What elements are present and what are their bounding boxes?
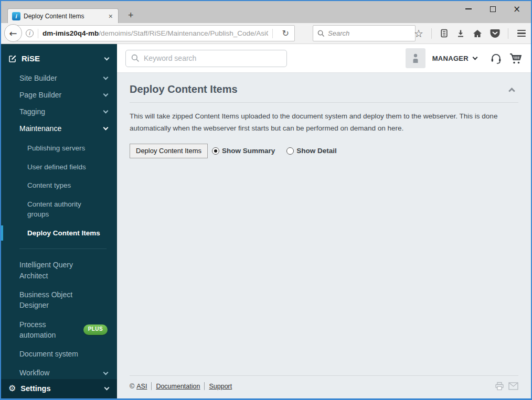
sidebar-item-settings[interactable]: ⚙ Settings xyxy=(1,379,117,398)
footer-link-documentation[interactable]: Documentation xyxy=(156,383,200,390)
chevron-down-icon xyxy=(103,125,109,131)
pocket-icon[interactable] xyxy=(490,29,500,38)
maximize-icon xyxy=(490,6,496,12)
back-button[interactable]: ← xyxy=(4,24,22,42)
urlbar-divider xyxy=(38,29,38,38)
bookmark-star-icon[interactable]: ☆ xyxy=(414,28,423,39)
copyright-symbol: © xyxy=(130,383,134,390)
sidebar-item-label: Business Object Designer xyxy=(19,289,98,311)
titlebar: i Deploy Content Items × + × xyxy=(1,1,531,23)
chevron-down-icon xyxy=(103,75,109,80)
minimize-icon xyxy=(465,8,472,9)
sidebar-item-content-types[interactable]: Content types xyxy=(1,176,117,195)
sidebar-item-deploy-content-items[interactable]: Deploy Content Items xyxy=(1,224,117,243)
chevron-down-icon[interactable] xyxy=(473,55,478,60)
maximize-button[interactable] xyxy=(481,2,505,16)
footer-link-support[interactable]: Support xyxy=(209,383,232,390)
sidebar-divider xyxy=(19,248,107,249)
chevron-down-icon xyxy=(103,370,109,375)
radio-show-summary[interactable]: Show Summary xyxy=(212,147,275,155)
reload-button[interactable]: ↻ xyxy=(277,28,294,38)
main-area: MANAGER xyxy=(117,44,531,398)
sidebar-item-process-automation[interactable]: Process automation PLUS xyxy=(1,315,117,345)
page-footer: © ASI Documentation Support xyxy=(130,375,518,398)
sidebar-item-intelligent-query-architect[interactable]: Intelligent Query Architect xyxy=(1,255,117,285)
sidebar-item-label: Site Builder xyxy=(19,74,57,82)
cart-icon[interactable] xyxy=(509,52,523,64)
deploy-controls: Deploy Content Items Show Summary Show D… xyxy=(130,144,518,158)
close-button[interactable]: × xyxy=(505,2,529,16)
gear-icon: ⚙ xyxy=(8,384,16,393)
sidebar-item-label: Settings xyxy=(20,384,50,393)
sidebar-item-document-system[interactable]: Document system xyxy=(1,344,117,363)
sidebar-item-label: RiSE xyxy=(22,54,40,63)
imis-favicon-icon: i xyxy=(12,12,20,20)
chevron-down-icon xyxy=(103,92,109,97)
chevron-down-icon xyxy=(104,55,110,60)
downloads-icon[interactable] xyxy=(456,29,465,38)
tab-close-icon[interactable]: × xyxy=(108,12,114,20)
sidebar-item-site-builder[interactable]: Site Builder xyxy=(1,70,117,87)
radio-label: Show Summary xyxy=(222,147,275,155)
sidebar-item-page-builder[interactable]: Page Builder xyxy=(1,87,117,103)
new-tab-button[interactable]: + xyxy=(125,10,137,21)
support-headset-icon[interactable] xyxy=(490,52,502,64)
search-icon xyxy=(317,30,325,37)
bookmarks-menu-icon[interactable] xyxy=(440,29,449,38)
site-info-icon[interactable]: i xyxy=(26,29,34,37)
page-description: This will take zipped Content Items uplo… xyxy=(130,111,518,135)
minimize-button[interactable] xyxy=(456,2,481,16)
keyword-search-box[interactable] xyxy=(125,50,287,67)
sidebar-item-tagging[interactable]: Tagging xyxy=(1,103,117,120)
sidebar-item-workflow[interactable]: Workflow xyxy=(1,363,117,379)
url-bar[interactable]: i dm-imis20q4-mb /demoimis/Staff/RiSE/Ma… xyxy=(14,25,295,41)
page-header: Deploy Content Items xyxy=(130,83,518,95)
sidebar-item-content-authority-groups[interactable]: Content authority groups xyxy=(1,195,117,224)
sidebar-item-publishing-servers[interactable]: Publishing servers xyxy=(1,139,117,158)
window-controls: × xyxy=(456,2,529,16)
email-icon[interactable] xyxy=(508,382,518,390)
sidebar-item-label: Tagging xyxy=(19,107,45,116)
search-icon xyxy=(131,54,140,62)
back-icon: ← xyxy=(9,28,17,39)
sidebar-item-label: Page Builder xyxy=(19,91,61,99)
plus-badge: PLUS xyxy=(83,325,108,335)
sidebar-item-business-object-designer[interactable]: Business Object Designer xyxy=(1,285,117,315)
radio-icon[interactable] xyxy=(212,147,219,155)
browser-search-bar[interactable] xyxy=(313,25,416,41)
account-area: MANAGER xyxy=(406,48,523,68)
browser-window: i Deploy Content Items × + × ← i dm-imis… xyxy=(0,0,532,400)
radio-label: Show Detail xyxy=(296,147,337,155)
browser-search-input[interactable] xyxy=(328,29,396,37)
deploy-content-items-button[interactable]: Deploy Content Items xyxy=(130,144,208,158)
footer-icons xyxy=(495,382,518,391)
footer-link-asi[interactable]: ASI xyxy=(136,383,147,390)
keyword-search-input[interactable] xyxy=(144,54,281,62)
sidebar-item-label: Intelligent Query Architect xyxy=(19,260,98,281)
home-icon[interactable] xyxy=(473,29,482,38)
sidebar: RiSE Site Builder Page Builder Tagging M… xyxy=(1,44,117,398)
radio-icon[interactable] xyxy=(286,147,294,155)
close-icon: × xyxy=(513,5,520,14)
sidebar-scroll: RiSE Site Builder Page Builder Tagging M… xyxy=(1,44,117,379)
sidebar-item-user-defined-fields[interactable]: User defined fields xyxy=(1,158,117,177)
chevron-down-icon xyxy=(103,109,109,114)
collapse-chevron-up-icon[interactable] xyxy=(508,88,515,94)
urlbar-divider xyxy=(272,29,273,38)
navigation-toolbar: ← i dm-imis20q4-mb /demoimis/Staff/RiSE/… xyxy=(1,23,531,44)
radio-show-detail[interactable]: Show Detail xyxy=(286,147,337,155)
menu-icon[interactable] xyxy=(516,29,527,38)
sidebar-item-label: Document system xyxy=(19,349,78,359)
print-icon[interactable] xyxy=(495,382,504,391)
header-divider xyxy=(130,102,518,103)
user-menu-label[interactable]: MANAGER xyxy=(432,55,469,62)
url-path: /demoimis/Staff/RiSE/Maintenance/Publish… xyxy=(99,29,268,37)
sidebar-item-label: Process automation xyxy=(19,319,80,341)
edit-icon xyxy=(8,55,17,63)
sidebar-item-rise[interactable]: RiSE xyxy=(1,47,117,70)
content-panel: Deploy Content Items This will take zipp… xyxy=(117,73,531,398)
avatar[interactable] xyxy=(406,48,425,68)
browser-tab[interactable]: i Deploy Content Items × xyxy=(7,8,119,23)
sidebar-item-label: Workflow xyxy=(19,367,49,378)
sidebar-item-maintenance[interactable]: Maintenance xyxy=(1,120,117,137)
